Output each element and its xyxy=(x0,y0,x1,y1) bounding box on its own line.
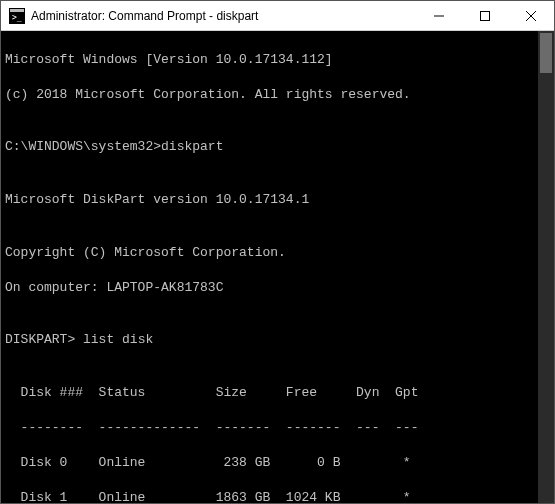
prompt-line-1: C:\WINDOWS\system32>diskpart xyxy=(5,138,550,156)
cmd-icon: >_ xyxy=(9,8,25,24)
svg-rect-4 xyxy=(481,11,490,20)
diskpart-copyright: Copyright (C) Microsoft Corporation. xyxy=(5,244,550,262)
prompt-path: C:\WINDOWS\system32> xyxy=(5,139,161,154)
copyright-line: (c) 2018 Microsoft Corporation. All righ… xyxy=(5,86,550,104)
table-separator: -------- ------------- ------- ------- -… xyxy=(5,419,550,437)
minimize-button[interactable] xyxy=(416,1,462,30)
svg-text:>_: >_ xyxy=(12,13,22,22)
cmd-list-disk: list disk xyxy=(75,332,153,347)
vertical-scrollbar[interactable] xyxy=(538,31,554,503)
close-button[interactable] xyxy=(508,1,554,30)
diskpart-version: Microsoft DiskPart version 10.0.17134.1 xyxy=(5,191,550,209)
diskpart-prompt: DISKPART> xyxy=(5,332,75,347)
table-header: Disk ### Status Size Free Dyn Gpt xyxy=(5,384,550,402)
table-row: Disk 1 Online 1863 GB 1024 KB * xyxy=(5,489,550,503)
scrollbar-thumb[interactable] xyxy=(540,33,552,73)
maximize-button[interactable] xyxy=(462,1,508,30)
svg-rect-1 xyxy=(10,9,24,12)
os-version-line: Microsoft Windows [Version 10.0.17134.11… xyxy=(5,51,550,69)
cmd-diskpart: diskpart xyxy=(161,139,223,154)
terminal-output[interactable]: Microsoft Windows [Version 10.0.17134.11… xyxy=(1,31,554,503)
window-title: Administrator: Command Prompt - diskpart xyxy=(31,9,416,23)
table-row: Disk 0 Online 238 GB 0 B * xyxy=(5,454,550,472)
window-controls xyxy=(416,1,554,30)
window-titlebar: >_ Administrator: Command Prompt - diskp… xyxy=(1,1,554,31)
diskpart-computer: On computer: LAPTOP-AK81783C xyxy=(5,279,550,297)
prompt-line-2: DISKPART> list disk xyxy=(5,331,550,349)
